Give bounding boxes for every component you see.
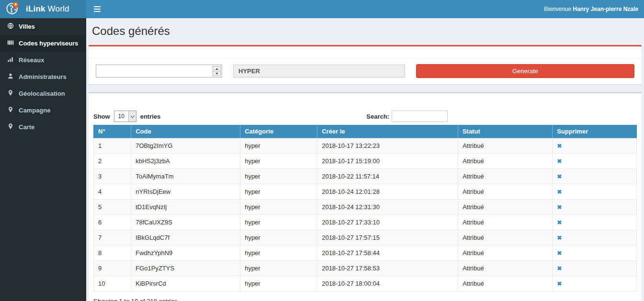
table-row: 678fCaUXZ9Shyper2018-10-27 17:33:10Attri… bbox=[94, 215, 637, 230]
cell-category: hyper bbox=[240, 184, 317, 200]
cell-status: Attribué bbox=[458, 230, 552, 245]
table-header: N°CodeCatégorieCréer leStatutSupprimer bbox=[94, 125, 637, 138]
sidebar-toggle-icon[interactable] bbox=[86, 0, 108, 18]
barcode-icon bbox=[7, 39, 14, 47]
cell-created: 2018-10-24 12:01:28 bbox=[317, 184, 458, 200]
sidebar-item-label: Codes hyperviseurs bbox=[19, 40, 78, 47]
cell-created: 2018-10-27 17:57:15 bbox=[317, 230, 458, 245]
table-row: 9FGo1PyZTYShyper2018-10-27 17:58:53Attri… bbox=[94, 261, 637, 276]
table-row: 4nYRIsDjEewhyper2018-10-24 12:01:28Attri… bbox=[94, 184, 637, 200]
welcome-text: Bienvenue Hanry Jean-pierre Nzale bbox=[544, 6, 644, 12]
search-control: Search: bbox=[366, 111, 448, 122]
cell-created: 2018-10-27 17:58:44 bbox=[317, 245, 458, 261]
show-label: Show bbox=[93, 113, 110, 120]
map-marker-icon bbox=[7, 89, 14, 98]
search-label: Search: bbox=[366, 113, 389, 120]
cell-status: Attribué bbox=[458, 169, 552, 184]
navbar: Bienvenue Hanry Jean-pierre Nzale bbox=[86, 0, 644, 18]
column-header[interactable]: Code bbox=[131, 125, 240, 138]
cell-created: 2018-10-27 17:33:10 bbox=[317, 215, 458, 230]
cell-code: FGo1PyZTYS bbox=[131, 261, 240, 276]
entries-label: entries bbox=[140, 113, 161, 120]
sidebar-item-carte[interactable]: Carte bbox=[0, 119, 86, 135]
sidebar-item-r-seaux[interactable]: Réseaux bbox=[0, 52, 86, 68]
cell-status: Attribué bbox=[458, 154, 552, 169]
page-length-control: Show 10 entries bbox=[93, 111, 160, 122]
table-row: 8FwdhzYphN9hyper2018-10-27 17:58:44Attri… bbox=[94, 245, 637, 261]
column-header[interactable]: Créer le bbox=[317, 125, 458, 138]
delete-icon[interactable]: ✖ bbox=[557, 173, 562, 180]
table-summary: Showing 1 to 10 of 218 entries bbox=[93, 298, 637, 301]
delete-icon[interactable]: ✖ bbox=[557, 204, 562, 211]
delete-icon[interactable]: ✖ bbox=[557, 158, 562, 165]
sidebar-item-campagne[interactable]: Campagne bbox=[0, 102, 86, 119]
sidebar-item-label: Géolocalisation bbox=[19, 90, 65, 97]
column-header[interactable]: Supprimer bbox=[553, 125, 637, 138]
table-row: 5tD1EvqNzIjhyper2018-10-24 12:31:30Attri… bbox=[94, 200, 637, 215]
quantity-input[interactable] bbox=[96, 65, 213, 77]
column-header[interactable]: Statut bbox=[458, 125, 552, 138]
delete-icon[interactable]: ✖ bbox=[557, 265, 562, 272]
cell-status: Attribué bbox=[458, 215, 552, 230]
cell-created: 2018-10-27 18:00:04 bbox=[317, 276, 458, 291]
map-marker-icon bbox=[7, 106, 14, 114]
sidebar-item-label: Administrateurs bbox=[19, 73, 67, 80]
page-length-value: 10 bbox=[114, 113, 128, 120]
cell-category: hyper bbox=[240, 245, 317, 261]
cell-category: hyper bbox=[240, 154, 317, 169]
cell-category: hyper bbox=[240, 215, 317, 230]
table-row: 10KiBPirsrCdhyper2018-10-27 18:00:04Attr… bbox=[94, 276, 637, 291]
user-name: Hanry Jean-pierre Nzale bbox=[573, 6, 638, 12]
generate-button[interactable]: Generate bbox=[416, 64, 634, 78]
app-logo-area[interactable]: $ iLink World bbox=[0, 0, 86, 18]
cell-delete: ✖ bbox=[553, 276, 637, 291]
cell-created: 2018-10-17 13:22:23 bbox=[317, 138, 458, 154]
stepper-up-icon[interactable] bbox=[213, 67, 220, 71]
cell-code: KiBPirsrCd bbox=[131, 276, 240, 291]
cell-num: 3 bbox=[94, 169, 131, 184]
sidebar-item-codes-hyperviseurs[interactable]: Codes hyperviseurs bbox=[0, 35, 86, 52]
cell-num: 5 bbox=[94, 200, 131, 215]
quantity-stepper[interactable] bbox=[96, 65, 222, 78]
sidebar-item-g-olocalisation[interactable]: Géolocalisation bbox=[0, 85, 86, 102]
cell-delete: ✖ bbox=[553, 245, 637, 261]
stepper-controls[interactable] bbox=[213, 66, 221, 76]
sidebar-item-label: Campagne bbox=[19, 107, 50, 114]
table-body: 17OBtg2ImYGhyper2018-10-17 13:22:23Attri… bbox=[94, 138, 637, 291]
cell-delete: ✖ bbox=[553, 215, 637, 230]
app-logo-icon: $ bbox=[6, 1, 20, 17]
cell-code: FwdhzYphN9 bbox=[131, 245, 240, 261]
stepper-down-icon[interactable] bbox=[213, 71, 220, 76]
cell-num: 2 bbox=[94, 154, 131, 169]
column-header[interactable]: Catégorie bbox=[240, 125, 317, 138]
cell-num: 7 bbox=[94, 230, 131, 245]
cell-delete: ✖ bbox=[553, 261, 637, 276]
delete-icon[interactable]: ✖ bbox=[557, 234, 562, 241]
cell-delete: ✖ bbox=[553, 169, 637, 184]
brand-title: iLink World bbox=[26, 4, 69, 14]
cell-num: 6 bbox=[94, 215, 131, 230]
cell-status: Attribué bbox=[458, 276, 552, 291]
cell-delete: ✖ bbox=[553, 138, 637, 154]
cell-created: 2018-10-17 15:19:00 bbox=[317, 154, 458, 169]
cell-code: nYRIsDjEew bbox=[131, 184, 240, 200]
delete-icon[interactable]: ✖ bbox=[557, 143, 562, 149]
delete-icon[interactable]: ✖ bbox=[557, 280, 562, 287]
sidebar-item-administrateurs[interactable]: Administrateurs bbox=[0, 68, 86, 85]
delete-icon[interactable]: ✖ bbox=[557, 219, 562, 226]
sidebar-item-villes[interactable]: Villes bbox=[0, 18, 86, 35]
table-row: 7IBkGLqdC7fhyper2018-10-27 17:57:15Attri… bbox=[94, 230, 637, 245]
cell-delete: ✖ bbox=[553, 200, 637, 215]
search-input[interactable] bbox=[392, 111, 448, 122]
table-row: 3ToAiMymaTmhyper2018-10-22 11:57:14Attri… bbox=[94, 169, 637, 184]
bar-chart-icon bbox=[7, 56, 14, 64]
cell-code: 7OBtg2ImYG bbox=[131, 138, 240, 154]
cell-num: 4 bbox=[94, 184, 131, 200]
delete-icon[interactable]: ✖ bbox=[557, 189, 562, 195]
column-header[interactable]: N° bbox=[94, 125, 131, 138]
sidebar-item-label: Carte bbox=[19, 123, 34, 131]
sidebar-item-label: Réseaux bbox=[19, 56, 44, 64]
cell-category: hyper bbox=[240, 169, 317, 184]
delete-icon[interactable]: ✖ bbox=[557, 250, 562, 256]
page-length-select[interactable]: 10 bbox=[114, 111, 136, 122]
